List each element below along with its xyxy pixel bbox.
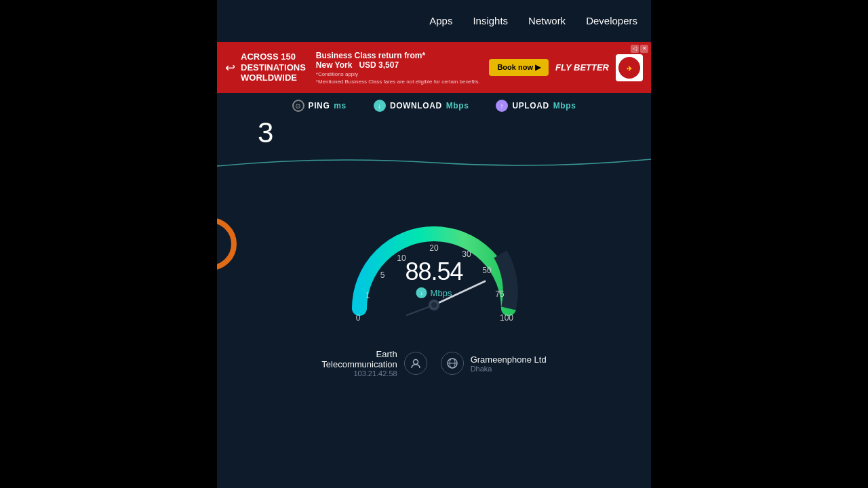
ping-label: PING [309, 101, 330, 110]
speed-unit-icon: ↓ [416, 287, 427, 298]
upload-unit: Mbps [553, 101, 576, 110]
gauge-container: 0 1 5 10 20 30 50 75 100 [339, 186, 529, 336]
ad-close-button[interactable]: ◁✕ [631, 45, 648, 53]
wave-line [217, 152, 651, 173]
nav-apps[interactable]: Apps [429, 15, 452, 26]
server-icon [441, 352, 464, 375]
ping-unit: ms [334, 101, 347, 110]
server-name: Grameenphone Ltd [471, 354, 547, 365]
isp-text: EarthTelecommunication 103.21.42.58 [321, 349, 397, 378]
download-label: DOWNLOAD [390, 101, 442, 110]
ad-price: USD 3,507 [359, 60, 399, 70]
upload-icon: ↑ [496, 100, 508, 112]
speed-number: 88.54 [405, 258, 462, 286]
svg-text:50: 50 [482, 266, 492, 275]
speed-test-area: ⊙ PING ms ↓ DOWNLOAD Mbps ↑ UPLOAD Mbps … [217, 93, 651, 488]
gauge-center-value: 88.54 ↓ Mbps [405, 258, 462, 298]
stat-ping: ⊙ PING ms [292, 100, 347, 112]
upload-label: UPLOAD [512, 101, 549, 110]
ad-route: New York USD 3,507 [316, 60, 490, 70]
isp-name: EarthTelecommunication [321, 349, 397, 369]
svg-point-19 [217, 220, 234, 268]
svg-text:75: 75 [495, 289, 505, 299]
svg-point-14 [431, 302, 437, 308]
ad-banner: ◁✕ ↩ ACROSS 150 DESTINATIONS WORLDWIDE B… [217, 42, 651, 93]
svg-text:30: 30 [462, 249, 471, 259]
svg-text:5: 5 [380, 270, 385, 280]
download-unit: Mbps [446, 101, 469, 110]
stat-upload: ↑ UPLOAD Mbps [496, 100, 576, 112]
nav-network[interactable]: Network [528, 15, 566, 26]
server-location: Dhaka [471, 365, 547, 373]
ad-emirates-logo: ✈ [616, 54, 643, 81]
screen-container: Apps Insights Network Developers ◁✕ ↩ AC… [217, 0, 651, 488]
ad-arrow-icon: ↩ [225, 60, 235, 75]
nav-insights[interactable]: Insights [473, 15, 508, 26]
svg-text:1: 1 [366, 291, 370, 300]
left-partial-circle [217, 217, 241, 271]
ping-icon: ⊙ [292, 100, 304, 112]
svg-text:✈: ✈ [627, 65, 633, 73]
svg-text:0: 0 [356, 313, 361, 323]
nav-bar: Apps Insights Network Developers [217, 0, 651, 41]
ad-headline-block: ACROSS 150 DESTINATIONS WORLDWIDE [241, 52, 306, 83]
nav-links: Apps Insights Network Developers [429, 15, 637, 26]
server-text: Grameenphone Ltd Dhaka [471, 354, 547, 373]
bottom-info: EarthTelecommunication 103.21.42.58 [217, 349, 651, 378]
ad-city: New York [316, 60, 353, 70]
ad-conditions: *Conditions apply [316, 71, 490, 77]
stat-download: ↓ DOWNLOAD Mbps [374, 100, 469, 112]
stats-row: ⊙ PING ms ↓ DOWNLOAD Mbps ↑ UPLOAD Mbps [292, 100, 576, 112]
ad-disclaimer: *Mentioned Business Class fares are not … [316, 79, 490, 85]
svg-text:100: 100 [500, 313, 513, 323]
ad-headline: ACROSS 150 DESTINATIONS WORLDWIDE [241, 52, 306, 83]
nav-developers[interactable]: Developers [586, 15, 637, 26]
ad-middle-block: Business Class return from* New York USD… [316, 51, 490, 85]
ad-fly-better: FLY BETTER [555, 62, 609, 73]
svg-text:20: 20 [429, 243, 439, 253]
isp-info-card: EarthTelecommunication 103.21.42.58 [321, 349, 427, 378]
isp-icon [404, 352, 427, 375]
isp-ip: 103.21.42.58 [321, 369, 397, 378]
svg-point-15 [413, 360, 418, 365]
ping-value-container: 3 [258, 119, 273, 147]
speed-unit-text: Mbps [431, 288, 452, 298]
ad-business-class: Business Class return from* [316, 51, 490, 60]
ping-value: 3 [258, 119, 273, 147]
speed-unit-row: ↓ Mbps [405, 287, 462, 298]
ad-book-button[interactable]: Book now ▶ [489, 59, 549, 76]
download-icon: ↓ [374, 100, 386, 112]
server-info-card: Grameenphone Ltd Dhaka [441, 349, 547, 378]
